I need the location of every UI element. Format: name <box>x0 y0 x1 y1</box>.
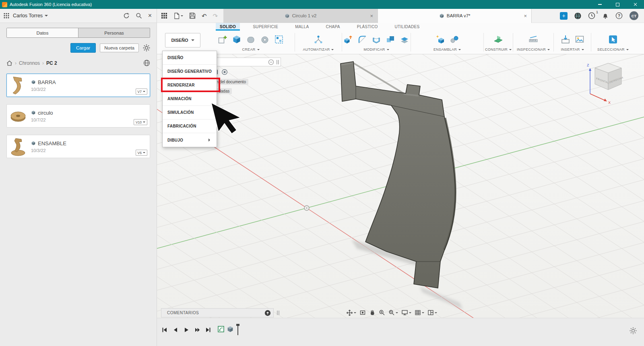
construction-plane-icon[interactable] <box>493 34 504 45</box>
model-part[interactable] <box>341 62 455 288</box>
timeline-position-marker[interactable] <box>237 325 238 335</box>
upload-button[interactable]: Cargar <box>70 43 96 53</box>
tab-close-icon[interactable]: × <box>370 13 374 19</box>
new-tab-button[interactable]: + <box>560 12 568 20</box>
collapse-minus-icon[interactable] <box>268 59 274 65</box>
go-to-start-button[interactable] <box>161 326 168 334</box>
group-label-insertar[interactable]: INSERTAR <box>561 47 584 51</box>
group-label-ensamblar[interactable]: ENSAMBLAR <box>433 47 461 51</box>
step-back-button[interactable] <box>172 326 179 334</box>
redo-button[interactable]: ↷ <box>213 13 218 19</box>
sketch-feature-icon[interactable] <box>217 325 225 333</box>
browser-row-document-settings[interactable]: n del documento <box>214 79 248 85</box>
browser-row-saved-views[interactable]: dadas <box>216 88 232 94</box>
maximize-button[interactable] <box>609 0 626 9</box>
group-label-seleccionar[interactable]: SELECCIONAR <box>597 47 629 51</box>
close-window-button[interactable] <box>626 0 644 9</box>
project-card-barra[interactable]: BARRA 10/3/22 V7 <box>6 74 150 97</box>
tab-datos[interactable]: Datos <box>7 28 78 37</box>
go-to-end-button[interactable] <box>204 326 212 334</box>
shell-icon[interactable] <box>371 34 382 45</box>
ribbon-tab-malla[interactable]: MALLA <box>291 23 313 31</box>
help-icon[interactable]: ? <box>615 12 623 19</box>
pan-hand-icon[interactable] <box>369 309 376 316</box>
save-button[interactable] <box>189 12 196 19</box>
breadcrumb-root[interactable]: Chronnos <box>19 60 40 66</box>
display-settings-icon[interactable] <box>401 309 411 316</box>
automate-icon[interactable] <box>313 34 324 45</box>
browser-search-bar[interactable] <box>213 58 281 66</box>
fillet-icon[interactable] <box>357 34 368 45</box>
grid-settings-icon[interactable] <box>415 309 424 316</box>
undo-button[interactable]: ↶ <box>202 13 207 19</box>
offset-plane-icon[interactable] <box>399 34 410 45</box>
timeline-settings-gear-icon[interactable] <box>630 327 637 334</box>
minimize-button[interactable] <box>591 0 609 9</box>
menu-item-renderizar[interactable]: RENDERIZAR <box>163 78 217 92</box>
ribbon-tab-superficie[interactable]: SUPERFICIE <box>249 23 282 31</box>
viewports-layout-icon[interactable] <box>427 309 437 316</box>
browser-row-body[interactable]: po4 <box>218 116 230 122</box>
tab-personas[interactable]: Personas <box>78 28 150 37</box>
pattern-icon[interactable] <box>274 34 285 45</box>
show-data-panel-grid-icon[interactable] <box>161 12 167 19</box>
create-sketch-icon[interactable] <box>217 34 228 45</box>
file-menu-button[interactable] <box>173 12 183 19</box>
extrude-feature-icon[interactable] <box>227 325 234 333</box>
sweep-icon[interactable] <box>246 34 256 45</box>
comments-expand-icon[interactable] <box>264 310 271 316</box>
apps-grid-icon[interactable] <box>3 12 10 19</box>
hole-torus-icon[interactable] <box>260 34 270 45</box>
sync-icon[interactable] <box>123 12 130 19</box>
group-label-automatizar[interactable]: AUTOMATIZAR <box>303 47 334 51</box>
user-menu[interactable]: Carlos Torres <box>13 13 48 19</box>
group-label-modificar[interactable]: MODIFICAR <box>363 47 389 51</box>
canvas-image-icon[interactable] <box>574 34 585 45</box>
home-icon[interactable] <box>6 60 12 66</box>
group-label-crear[interactable]: CREAR <box>242 47 259 51</box>
ribbon-tab-solido[interactable]: SOLIDO <box>216 23 240 31</box>
job-status-icon[interactable] <box>574 12 581 19</box>
menu-item-dibujo[interactable]: DIBUJO <box>163 133 217 147</box>
joint-icon[interactable] <box>449 34 460 45</box>
version-badge[interactable]: V6 <box>136 150 147 156</box>
viewcube[interactable]: Z X FRONTAL DERECHA <box>583 59 633 107</box>
select-tool-icon[interactable] <box>608 34 619 45</box>
look-at-icon[interactable] <box>359 309 366 316</box>
ribbon-tab-utilidades[interactable]: UTILIDADES <box>391 23 424 31</box>
tab-close-icon[interactable]: × <box>524 13 527 19</box>
play-button[interactable] <box>183 326 190 334</box>
project-card-ensamble[interactable]: ENSAMBLE 10/3/22 V6 <box>6 135 150 158</box>
drag-handle[interactable] <box>277 60 279 64</box>
group-label-construir[interactable]: CONSTRUIR <box>485 47 512 51</box>
version-history-clock-icon[interactable]: 1 <box>588 12 595 19</box>
combine-icon[interactable] <box>385 34 396 45</box>
menu-item-animacion[interactable]: ANIMACIÓN <box>163 92 217 106</box>
version-badge[interactable]: V10 <box>134 119 147 125</box>
panel-settings-gear-icon[interactable] <box>143 44 150 51</box>
workspace-switcher-button[interactable]: DISEÑO <box>165 33 200 47</box>
group-label-inspeccionar[interactable]: INSPECCIONAR <box>517 47 550 51</box>
new-component-icon[interactable] <box>435 34 446 45</box>
browser-radio-toggle-icon[interactable] <box>221 69 228 75</box>
panel-close-button[interactable]: × <box>148 12 152 19</box>
measure-icon[interactable] <box>528 34 539 45</box>
document-tab-circulo[interactable]: Circulo 1 v2 × <box>223 9 378 23</box>
zoom-icon[interactable] <box>379 309 385 316</box>
comments-bar[interactable]: COMENTARIOS <box>161 308 274 317</box>
notifications-bell-icon[interactable] <box>602 12 609 19</box>
press-pull-icon[interactable] <box>343 34 354 45</box>
origin-marker[interactable] <box>304 206 309 210</box>
menu-item-fabricacion[interactable]: FABRICACIÓN <box>163 119 217 133</box>
project-card-circulo[interactable]: circulo 10/7/22 V10 <box>6 104 150 128</box>
insert-icon[interactable] <box>560 34 571 45</box>
ribbon-tab-chapa[interactable]: CHAPA <box>322 23 344 31</box>
menu-item-diseno[interactable]: DISEÑO <box>163 51 217 65</box>
browser-row-origin[interactable]: s <box>217 107 223 113</box>
avatar[interactable]: CT <box>630 11 638 20</box>
step-forward-button[interactable] <box>194 326 201 334</box>
globe-icon[interactable] <box>143 60 150 66</box>
comments-drag-handle[interactable] <box>277 311 279 315</box>
search-icon[interactable] <box>136 12 142 19</box>
new-folder-button[interactable]: Nueva carpeta <box>100 43 139 52</box>
